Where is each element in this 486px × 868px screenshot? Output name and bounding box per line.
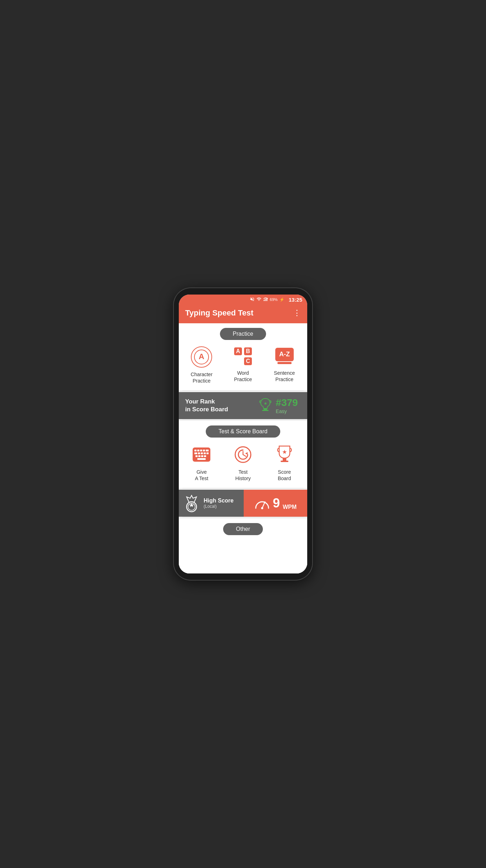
status-bar: 69% ⚡ 13:25 bbox=[179, 295, 307, 305]
svg-text:A: A bbox=[236, 348, 240, 354]
rank-section[interactable]: Your Rank in Score Board ★ #379 Easy bbox=[179, 392, 307, 419]
battery-percent: 69% bbox=[270, 297, 278, 302]
svg-rect-31 bbox=[201, 455, 203, 457]
other-pill-wrap: Other bbox=[179, 518, 307, 538]
svg-rect-1 bbox=[265, 299, 265, 301]
practice-pill-wrap: Practice bbox=[179, 323, 307, 343]
practice-grid: A CharacterPractice A B bbox=[179, 343, 307, 390]
character-practice-icon-wrap: A bbox=[191, 346, 212, 368]
test-history-icon-wrap bbox=[232, 444, 254, 465]
divider-1 bbox=[182, 390, 304, 391]
speedometer-icon bbox=[254, 497, 270, 510]
svg-rect-33 bbox=[197, 458, 206, 460]
svg-line-37 bbox=[243, 455, 246, 456]
svg-text:C: C bbox=[246, 358, 250, 364]
other-section: Other bbox=[179, 518, 307, 573]
test-section-label: Test & Score Board bbox=[206, 425, 280, 438]
svg-rect-25 bbox=[198, 452, 200, 454]
svg-text:★: ★ bbox=[282, 449, 287, 455]
trophy-icon: ★ bbox=[276, 445, 293, 465]
word-practice-icon: A B C bbox=[233, 347, 253, 366]
svg-rect-23 bbox=[206, 450, 209, 451]
other-item-3 bbox=[266, 542, 303, 563]
svg-rect-22 bbox=[203, 450, 205, 451]
svg-rect-27 bbox=[204, 452, 206, 454]
sentence-practice-item[interactable]: A-Z SentencePractice bbox=[266, 346, 303, 384]
app-title: Typing Speed Test bbox=[185, 308, 253, 318]
phone-frame: 69% ⚡ 13:25 Typing Speed Test ⋮ Practice bbox=[174, 288, 312, 580]
rank-info: #379 Easy bbox=[276, 397, 298, 414]
other-item-2 bbox=[224, 542, 261, 563]
high-score-section[interactable]: High Score (Local) 9 WPM bbox=[179, 490, 307, 517]
mute-icon bbox=[250, 297, 255, 302]
high-score-title: High Score bbox=[204, 498, 233, 504]
word-practice-item[interactable]: A B C WordPractice bbox=[224, 346, 261, 384]
test-section: Test & Score Board bbox=[179, 421, 307, 488]
high-score-text: High Score (Local) bbox=[204, 498, 233, 509]
svg-rect-21 bbox=[200, 450, 202, 451]
test-history-item[interactable]: TestHistory bbox=[224, 444, 261, 482]
score-board-label: ScoreBoard bbox=[278, 469, 291, 482]
give-test-item[interactable]: GiveA Test bbox=[183, 444, 220, 482]
signal-icon bbox=[263, 297, 268, 302]
high-score-value: 9 bbox=[273, 496, 280, 511]
more-menu-button[interactable]: ⋮ bbox=[293, 308, 301, 318]
give-test-icon-wrap bbox=[191, 444, 212, 465]
svg-rect-32 bbox=[204, 455, 206, 457]
svg-rect-16 bbox=[262, 410, 269, 411]
high-score-left: High Score (Local) bbox=[179, 490, 244, 517]
app-header: Typing Speed Test ⋮ bbox=[179, 305, 307, 323]
svg-rect-38 bbox=[283, 458, 286, 461]
word-practice-icon-wrap: A B C bbox=[233, 346, 253, 366]
status-icons: 69% ⚡ bbox=[250, 297, 285, 302]
svg-text:A-Z: A-Z bbox=[279, 351, 290, 358]
svg-rect-2 bbox=[266, 298, 266, 301]
practice-section: Practice A CharacterPractice bbox=[179, 323, 307, 390]
svg-rect-24 bbox=[194, 452, 197, 454]
give-test-label: GiveA Test bbox=[195, 469, 208, 482]
sentence-practice-icon-wrap: A-Z bbox=[275, 346, 294, 366]
divider-2 bbox=[182, 419, 304, 419]
other-grid bbox=[179, 538, 307, 573]
high-score-subtitle: (Local) bbox=[204, 504, 233, 509]
svg-text:★: ★ bbox=[264, 401, 267, 406]
sentence-practice-icon: A-Z bbox=[275, 348, 294, 365]
svg-text:A: A bbox=[199, 352, 204, 361]
rank-difficulty: Easy bbox=[276, 408, 298, 414]
svg-rect-0 bbox=[264, 300, 264, 301]
other-item-1 bbox=[183, 542, 220, 563]
rank-number: #379 bbox=[276, 397, 298, 408]
other-section-label: Other bbox=[223, 523, 263, 535]
svg-rect-20 bbox=[197, 450, 199, 451]
svg-rect-3 bbox=[267, 298, 267, 301]
sentence-practice-label: SentencePractice bbox=[274, 370, 295, 383]
svg-text:B: B bbox=[246, 348, 250, 354]
test-history-label: TestHistory bbox=[235, 469, 251, 482]
character-practice-label: CharacterPractice bbox=[191, 371, 212, 384]
rank-trophy-icon: ★ bbox=[259, 398, 272, 413]
practice-section-label: Practice bbox=[220, 328, 266, 340]
score-board-item[interactable]: ★ ScoreBoard bbox=[266, 444, 303, 482]
svg-point-44 bbox=[261, 507, 263, 509]
medal-icon bbox=[184, 494, 199, 512]
svg-marker-35 bbox=[245, 452, 248, 455]
keyboard-icon bbox=[192, 447, 211, 462]
rank-right: ★ #379 Easy bbox=[249, 392, 307, 419]
svg-rect-15 bbox=[264, 408, 267, 410]
wifi-icon bbox=[256, 297, 261, 302]
svg-rect-19 bbox=[194, 450, 197, 451]
history-icon bbox=[234, 446, 252, 463]
character-practice-item[interactable]: A CharacterPractice bbox=[183, 346, 220, 384]
high-score-unit: WPM bbox=[283, 504, 297, 510]
battery-icon: ⚡ bbox=[280, 297, 285, 302]
svg-rect-29 bbox=[195, 455, 198, 457]
svg-rect-39 bbox=[281, 461, 288, 462]
status-time: 13:25 bbox=[289, 297, 302, 303]
rank-left: Your Rank in Score Board bbox=[179, 392, 249, 419]
rank-title: Your Rank in Score Board bbox=[185, 398, 228, 413]
word-practice-label: WordPractice bbox=[234, 370, 252, 383]
svg-rect-14 bbox=[277, 362, 292, 364]
test-grid: GiveA Test bbox=[179, 440, 307, 488]
phone-screen: 69% ⚡ 13:25 Typing Speed Test ⋮ Practice bbox=[179, 295, 307, 574]
svg-rect-26 bbox=[201, 452, 203, 454]
